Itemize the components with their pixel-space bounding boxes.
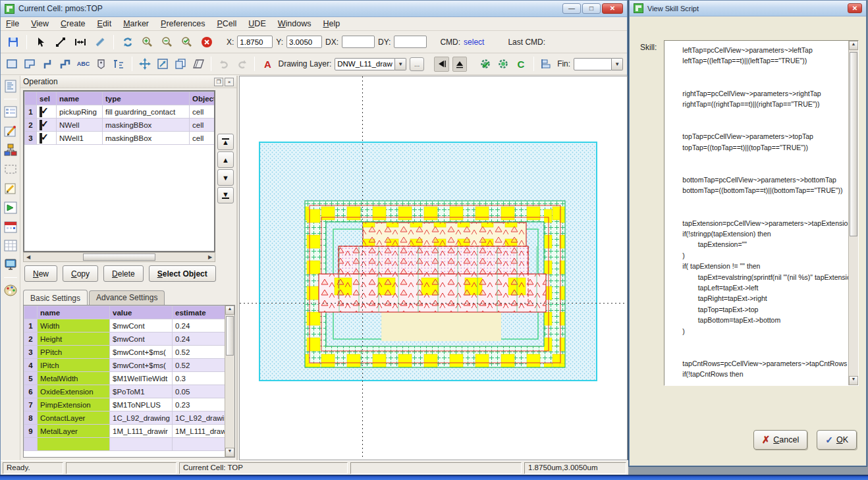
param-name-cell[interactable]: OxideExtension xyxy=(38,385,110,398)
menu-help[interactable]: Help xyxy=(323,19,340,28)
erase-tool-icon[interactable] xyxy=(191,57,205,72)
sel-cell[interactable] xyxy=(37,132,57,145)
col-value[interactable]: value xyxy=(110,306,173,319)
attribute-icon[interactable]: A xyxy=(260,57,275,72)
copy-tool-icon[interactable] xyxy=(173,57,188,72)
col-sel[interactable]: sel xyxy=(37,92,57,105)
operation-hscrollbar[interactable]: ◀ ▶ xyxy=(23,252,215,262)
menu-pcell[interactable]: PCell xyxy=(217,19,236,28)
param-name-cell[interactable]: PPitch xyxy=(38,346,110,359)
palette-icon[interactable] xyxy=(3,282,18,298)
redo-icon[interactable] xyxy=(234,57,249,72)
grid-table-icon[interactable] xyxy=(3,238,18,253)
minimize-button[interactable]: — xyxy=(562,3,581,14)
param-estimate-cell[interactable]: 0.52 xyxy=(173,346,225,359)
operation-row[interactable]: 2 NWell maskingBBox cell xyxy=(25,119,216,132)
settings-row-clipped[interactable] xyxy=(24,438,225,451)
scroll-down-icon[interactable]: ▼ xyxy=(225,448,234,457)
instance-tool-icon[interactable] xyxy=(112,57,126,72)
save-icon[interactable] xyxy=(5,34,21,49)
move-down-button[interactable]: ▼ xyxy=(217,169,234,186)
code-icon[interactable]: C xyxy=(514,57,528,72)
scroll-thumb[interactable] xyxy=(850,52,857,236)
sel-cell[interactable] xyxy=(37,119,57,132)
param-name-cell[interactable]: ContactLayer xyxy=(38,412,110,425)
dy-input[interactable] xyxy=(394,36,427,48)
skill-titlebar[interactable]: View Skill Script ✕ xyxy=(630,1,866,16)
stop-icon[interactable] xyxy=(198,34,215,49)
scroll-up-icon[interactable]: ▲ xyxy=(849,41,858,50)
param-value-cell[interactable]: $mwCont+$ms( xyxy=(110,359,173,372)
label-tool-icon[interactable] xyxy=(94,57,109,72)
zoom-fit-icon[interactable] xyxy=(178,34,195,49)
drawing-layer-dropdown-icon[interactable]: ▼ xyxy=(395,58,406,70)
menu-windows[interactable]: Windows xyxy=(278,19,312,28)
param-estimate-cell[interactable]: 0.52 xyxy=(173,359,225,372)
menu-preferences[interactable]: Preferences xyxy=(161,19,205,28)
operation-row[interactable]: 1 pickupRing fill guardring_contact cell xyxy=(25,105,216,119)
mirror-vertical-icon[interactable] xyxy=(452,57,467,72)
settings-row[interactable]: 7PimpExtension$M1ToNPLUS0.23 xyxy=(24,398,225,412)
line-tool-icon[interactable] xyxy=(52,34,68,49)
object1-cell[interactable]: cell xyxy=(190,119,216,132)
object1-cell[interactable]: cell xyxy=(190,132,216,145)
menu-ude[interactable]: UDE xyxy=(248,19,265,28)
skill-script-textarea[interactable]: leftTap=pcCellView~>parameters~>leftTap … xyxy=(664,40,859,386)
checkbox-checked-icon[interactable] xyxy=(40,133,42,144)
name-cell[interactable]: pickupRing xyxy=(57,105,103,119)
scroll-thumb[interactable] xyxy=(226,316,234,356)
menu-create[interactable]: Create xyxy=(61,19,86,28)
col-type[interactable]: type xyxy=(103,92,190,105)
checkbox-checked-icon[interactable] xyxy=(40,120,42,130)
param-estimate-cell[interactable]: 1M_L111_drawir xyxy=(173,425,225,438)
scroll-left-icon[interactable]: ◀ xyxy=(24,254,33,260)
param-value-cell[interactable]: $PoToM1 xyxy=(110,385,173,398)
text-tool-icon[interactable]: ABC xyxy=(76,57,90,72)
param-value-cell[interactable]: $mwCont xyxy=(110,333,173,346)
rectangle-tool-icon[interactable] xyxy=(5,57,19,72)
param-value-cell[interactable]: $M1ToNPLUS xyxy=(110,398,173,412)
settings-row[interactable]: 5MetalWidth$M1WellTieWidt0.3 xyxy=(24,372,225,385)
zoom-out-icon[interactable] xyxy=(159,34,175,49)
path2-tool-icon[interactable] xyxy=(58,57,72,72)
mirror-horizontal-icon[interactable] xyxy=(434,57,448,72)
col-estimate[interactable]: estimate xyxy=(173,306,225,319)
y-input[interactable] xyxy=(286,36,322,48)
select-cursor-icon[interactable] xyxy=(32,34,49,49)
settings-row[interactable]: 1Width$mwCont0.24 xyxy=(24,319,225,333)
settings-row[interactable]: 9MetalLayer1M_L111_drawir1M_L111_drawir xyxy=(24,425,225,438)
tab-advance-settings[interactable]: Advance Settings xyxy=(89,290,165,305)
skill-close-button[interactable]: ✕ xyxy=(848,3,862,13)
cancel-button[interactable]: ✗ Cancel xyxy=(753,430,808,450)
operation-panel-header[interactable]: Operation ❐ × xyxy=(20,76,236,88)
close-button[interactable]: ✕ xyxy=(602,3,623,14)
maximize-button[interactable]: □ xyxy=(582,3,601,14)
refresh-icon[interactable] xyxy=(119,34,136,49)
settings-row[interactable]: 6OxideExtension$PoToM10.05 xyxy=(24,385,225,398)
layer-browse-button[interactable]: ... xyxy=(410,57,424,71)
col-object1[interactable]: Object1 xyxy=(190,92,216,105)
checkbox-checked-icon[interactable] xyxy=(40,107,42,117)
regen-gear-icon[interactable] xyxy=(496,57,510,72)
main-titlebar[interactable]: Current Cell: pmos:TOP — □ ✕ xyxy=(1,1,627,17)
display-icon[interactable] xyxy=(3,257,18,273)
select-object-button[interactable]: Select Object xyxy=(149,265,216,282)
param-estimate-cell[interactable]: 1C_L92_drawing xyxy=(173,412,225,425)
fin-input[interactable] xyxy=(574,58,612,70)
name-cell[interactable]: NWell1 xyxy=(57,132,103,145)
settings-vscrollbar[interactable]: ▲ ▼ xyxy=(225,306,234,457)
param-name-cell[interactable]: PimpExtension xyxy=(38,398,110,412)
param-estimate-cell[interactable]: 0.23 xyxy=(173,398,225,412)
align-icon[interactable] xyxy=(539,57,554,72)
marquee-icon[interactable] xyxy=(3,161,18,177)
settings-row[interactable]: 3PPitch$mwCont+$ms(0.52 xyxy=(24,346,225,359)
move-tool-icon[interactable] xyxy=(138,57,152,72)
ok-button[interactable]: ✓ OK xyxy=(817,430,857,450)
skill-vscrollbar[interactable]: ▲ ▼ xyxy=(848,41,858,385)
menu-file[interactable]: File xyxy=(6,19,19,28)
scroll-right-icon[interactable]: ▶ xyxy=(205,254,215,260)
menu-marker[interactable]: Marker xyxy=(123,19,149,28)
param-name-cell[interactable]: MetalLayer xyxy=(38,425,110,438)
param-value-cell[interactable]: $M1WellTieWidt xyxy=(110,372,173,385)
param-value-cell[interactable]: $mwCont+$ms( xyxy=(110,346,173,359)
